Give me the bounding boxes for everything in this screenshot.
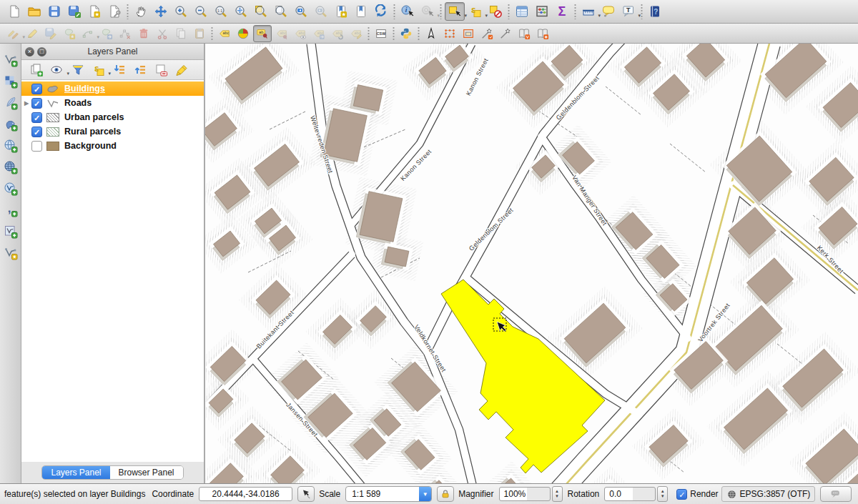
python-console-button[interactable] [398, 26, 415, 41]
zoom-full-extent-button[interactable] [232, 3, 250, 20]
crs-status-button[interactable]: EPSG:3857 (OTF) [721, 486, 816, 502]
plugin-extent-selector-button[interactable] [441, 26, 458, 41]
help-contents-button[interactable]: ? [646, 3, 664, 20]
save-project-button[interactable] [45, 3, 64, 20]
zoom-in-button[interactable] [172, 3, 190, 20]
zoom-native-button[interactable]: 1:1 [212, 3, 230, 20]
remove-layer-group-button[interactable] [151, 61, 170, 78]
clear-all-button[interactable] [172, 61, 191, 78]
add-postgis-layer-button[interactable] [1, 116, 20, 133]
layer-checkbox[interactable] [31, 141, 42, 152]
measure-line-button[interactable]: ▾ [579, 3, 598, 20]
add-group-button[interactable] [26, 61, 46, 78]
zoom-last-icon [294, 4, 308, 19]
add-spatialite-layer-button[interactable] [1, 94, 20, 112]
panel-close-button[interactable]: × [25, 47, 34, 56]
rotation-spinbox[interactable]: 0.0 ▲▼ [604, 486, 668, 502]
svg-text:T: T [626, 6, 631, 14]
toolbar-separator [365, 26, 372, 40]
layer-checkbox[interactable]: ✓ [31, 98, 42, 109]
layer-checkbox[interactable]: ✓ [31, 112, 42, 123]
line-swatch-icon [46, 99, 59, 108]
refresh-map-button[interactable] [372, 3, 390, 20]
show-hidden-labels-button: abc [292, 26, 309, 41]
new-bookmark-button[interactable] [332, 3, 350, 20]
zoom-last-button[interactable] [292, 3, 310, 20]
messages-button[interactable] [820, 486, 852, 502]
layer-labeling-button[interactable]: abc [216, 26, 233, 41]
plugin-book-2-button[interactable] [534, 26, 551, 41]
new-print-composer-icon [87, 4, 102, 19]
layer-checkbox[interactable]: ✓ [31, 84, 42, 94]
magnifier-spinbox[interactable]: 100% ▲▼ [499, 486, 563, 502]
select-features-button[interactable]: ▾ [445, 2, 465, 21]
coordinate-input[interactable]: 20.4444,-34.0186 [199, 487, 292, 501]
new-project-button[interactable] [5, 3, 24, 20]
scale-combobox[interactable]: 1:1 589 ▼ [345, 486, 432, 502]
add-virtual-layer-button[interactable] [1, 223, 20, 240]
identify-features-button[interactable]: i [398, 3, 417, 20]
expand-all-button[interactable] [109, 61, 129, 78]
plugin-extent-capture-button[interactable] [460, 26, 477, 41]
tab-layers-panel[interactable]: Layers Panel [42, 466, 109, 479]
new-shapefile-layer-button[interactable] [1, 244, 20, 262]
plugin-north-arrow-button[interactable] [423, 26, 440, 41]
open-project-button[interactable] [25, 3, 44, 20]
message-bubble-icon [830, 488, 842, 500]
current-edits-icon [7, 27, 20, 40]
pan-to-selection-button[interactable] [152, 3, 170, 20]
zoom-to-layer-button[interactable] [272, 3, 290, 20]
plugin-book-1-icon [518, 27, 531, 40]
pan-map-button[interactable] [132, 3, 150, 20]
map-tips-button[interactable] [599, 3, 618, 20]
layer-item-rural-parcels[interactable]: ✓ Rural parcels [21, 124, 204, 139]
show-statistics-button[interactable]: Σ [553, 3, 571, 20]
new-print-composer-button[interactable] [85, 3, 104, 20]
layer-item-urban-parcels[interactable]: ✓ Urban parcels [21, 110, 204, 124]
layer-item-background[interactable]: Background [21, 139, 204, 153]
cut-features-icon [156, 27, 169, 40]
add-delimited-text-layer-button[interactable]: , [1, 202, 20, 219]
zoom-to-selection-button[interactable] [252, 3, 270, 20]
text-annotation-button[interactable]: T▾ [619, 3, 638, 20]
show-bookmarks-button[interactable] [352, 3, 370, 20]
map-canvas[interactable]: Kanon StreetKanon StreetWeltevreden Stre… [205, 44, 858, 483]
tab-browser-panel[interactable]: Browser Panel [110, 466, 183, 479]
zoom-out-button[interactable] [192, 3, 210, 20]
layer-item-buildings[interactable]: ✓ Buildings [21, 81, 204, 96]
add-vector-layer-button[interactable] [1, 51, 20, 69]
identify-features-icon: i [400, 4, 415, 19]
open-attribute-table-button[interactable] [513, 3, 531, 20]
run-feature-action-button: ▾ [418, 3, 437, 20]
add-wms-layer-button[interactable] [1, 137, 20, 154]
metasearch-csw-button[interactable]: CSW [373, 26, 390, 41]
add-wfs-layer-button[interactable] [1, 180, 20, 197]
plugin-wand-1-button[interactable] [478, 26, 495, 41]
layer-diagrams-button[interactable] [235, 26, 252, 41]
render-checkbox[interactable]: ✓ [676, 489, 687, 500]
add-wcs-layer-button[interactable] [1, 159, 20, 176]
collapse-all-button[interactable] [130, 61, 149, 78]
pin-labels-button[interactable]: ab [253, 25, 272, 42]
filter-legend-button[interactable] [68, 61, 87, 78]
expander-icon[interactable]: ▶ [21, 100, 31, 107]
stepper-icon[interactable]: ▲▼ [657, 486, 668, 502]
layer-item-roads[interactable]: ▶ ✓ Roads [21, 96, 204, 110]
scale-lock-icon[interactable] [437, 486, 454, 502]
python-console-icon [400, 27, 413, 40]
stepper-icon[interactable]: ▲▼ [552, 486, 563, 502]
mouse-position-toggle-icon[interactable] [297, 486, 315, 502]
add-raster-layer-button[interactable] [1, 73, 20, 90]
save-project-as-button[interactable] [65, 3, 84, 20]
composer-manager-button[interactable] [105, 3, 124, 20]
panel-float-button[interactable]: □ [37, 47, 46, 56]
plugin-wand-2-button[interactable] [497, 26, 514, 41]
chevron-down-icon[interactable]: ▼ [419, 487, 431, 501]
manage-layer-visibility-button[interactable]: ▾ [47, 61, 66, 78]
select-by-expression-button[interactable]: ε▾ [466, 3, 485, 20]
field-calculator-button[interactable] [533, 3, 551, 20]
filter-by-expression-button[interactable]: ε▾ [89, 61, 108, 78]
plugin-book-1-button[interactable] [516, 26, 533, 41]
layer-checkbox[interactable]: ✓ [31, 127, 42, 137]
deselect-all-button[interactable] [486, 3, 505, 20]
